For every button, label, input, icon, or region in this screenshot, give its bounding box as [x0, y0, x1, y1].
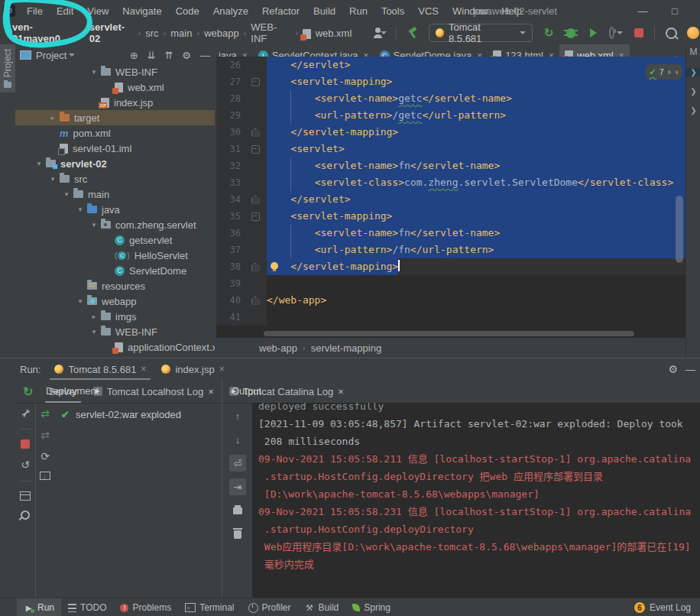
breadcrumb-web-app[interactable]: web-app	[259, 342, 297, 354]
code-text[interactable]: <servlet-mapping>	[267, 73, 685, 90]
build-hammer-icon[interactable]	[406, 26, 419, 40]
status-item-spring[interactable]: Spring	[345, 598, 397, 616]
tree-item-target[interactable]: ▸target	[15, 110, 215, 125]
status-item-problems[interactable]: !Problems	[113, 598, 178, 616]
scroll-to-end-icon[interactable]: ⇥	[229, 478, 246, 495]
settings-gear-icon[interactable]: ⚙	[182, 50, 191, 61]
tree-item-getservlet[interactable]: Cgetservlet	[15, 232, 215, 248]
fold-end-icon[interactable]	[244, 124, 267, 141]
undeploy-icon[interactable]: ⇄	[41, 429, 50, 441]
code-text[interactable]	[267, 309, 685, 326]
chevron-down-icon[interactable]: ▾	[87, 328, 101, 336]
run-tab-index-jsp[interactable]: index.jsp×	[154, 358, 232, 380]
tree-item-web-inf[interactable]: ▾WEB-INF	[15, 324, 215, 339]
tree-item-main[interactable]: ▾main	[15, 186, 215, 202]
breadcrumb-item-web-inf[interactable]: WEB-INF	[249, 21, 292, 44]
tree-item-servlet-02[interactable]: ▾servlet-02	[15, 156, 215, 171]
deploy-icon[interactable]: ⇄	[41, 407, 50, 420]
close-icon[interactable]: ×	[219, 364, 225, 374]
menu-item-navigate[interactable]: Navigate	[115, 5, 168, 17]
fold-marker[interactable]	[251, 196, 260, 204]
print-icon[interactable]	[229, 502, 246, 519]
tree-item-pom-xml[interactable]: mpom.xml	[15, 125, 215, 141]
restart-server-icon[interactable]: ↺	[21, 459, 30, 471]
chevron-down-icon[interactable]: ▾	[60, 190, 73, 198]
status-item-terminal[interactable]: >Terminal	[178, 598, 241, 616]
expand-all-icon[interactable]: ⇊	[147, 50, 156, 61]
fold-marker[interactable]	[251, 145, 260, 154]
refresh-icon[interactable]: ⟳	[41, 450, 50, 462]
code-text[interactable]: <servlet-name>fn</servlet-name>	[267, 157, 685, 174]
code-text[interactable]: </servlet>	[267, 191, 685, 208]
stripe-chevron-icon[interactable]: ❯	[686, 68, 700, 76]
breadcrumb-item-ven-01maven0[interactable]: ven-01maven0	[11, 21, 79, 44]
stripe-chevron-icon[interactable]: ❯	[686, 87, 700, 96]
fold-end-icon[interactable]	[244, 258, 267, 275]
breadcrumb-item-web-xml[interactable]: web.xml	[314, 28, 354, 39]
code-text[interactable]	[267, 275, 685, 292]
chevron-down-icon[interactable]: ▾	[73, 297, 87, 305]
stripe-button-project[interactable]: Project	[0, 44, 15, 92]
stop-button[interactable]	[632, 26, 645, 40]
fold-start-icon[interactable]	[244, 208, 267, 225]
project-header-label[interactable]: Project	[36, 50, 66, 61]
tree-item-helloservlet[interactable]: (C)HelloServlet	[15, 248, 215, 263]
breadcrumb-servlet-mapping[interactable]: servlet-mapping	[311, 342, 382, 354]
fold-marker[interactable]	[251, 128, 260, 137]
event-log-button[interactable]: 6 Event Log	[634, 602, 700, 613]
code-text[interactable]: <servlet-name>getc</servlet-name>	[267, 90, 685, 107]
hide-panel-icon[interactable]: —	[685, 364, 695, 375]
soft-wrap-icon[interactable]: ⏎	[229, 455, 246, 472]
tree-item-com-zheng-servlet[interactable]: ▾com.zheng.servlet	[15, 217, 215, 232]
fold-marker[interactable]	[251, 212, 260, 221]
tree-item-resources[interactable]: resources	[15, 278, 215, 293]
stripe-chevron-icon[interactable]: ❯	[686, 106, 700, 115]
console-output[interactable]: deployed successfully[2021-11-09 03:05:4…	[252, 403, 700, 598]
fold-marker[interactable]	[251, 263, 260, 271]
menu-item-code[interactable]: Code	[169, 5, 206, 17]
tree-item-java[interactable]: ▾java	[15, 202, 215, 217]
chevron-down-icon[interactable]: ▾	[73, 206, 87, 213]
menu-item-view[interactable]: View	[80, 5, 115, 17]
settings-gear-icon[interactable]: ⚙	[668, 363, 678, 375]
update-application-icon[interactable]	[40, 472, 50, 480]
profiler-button[interactable]	[609, 26, 623, 40]
status-item-build[interactable]: ⚒Build	[298, 598, 346, 616]
close-icon[interactable]: ×	[141, 364, 146, 374]
chevron-down-icon[interactable]: ▾	[46, 175, 60, 183]
chevron-right-icon[interactable]: ▸	[46, 114, 60, 122]
hide-panel-icon[interactable]: —	[200, 50, 210, 61]
menu-item-run[interactable]: Run	[342, 5, 374, 17]
stripe-maven-label[interactable]: M	[686, 44, 700, 57]
tree-item-webapp[interactable]: ▾webapp	[15, 293, 215, 309]
next-issue-icon[interactable]: ∨	[675, 69, 679, 76]
tree-item-web-xml[interactable]: web.xml	[15, 79, 215, 95]
code-text[interactable]: <url-pattern>/getc</url-pattern>	[267, 107, 685, 124]
inspections-widget[interactable]: ✔ 7 ∧ ∨	[646, 64, 682, 79]
code-text[interactable]: <servlet>	[267, 141, 685, 157]
code-text[interactable]: </servlet>	[267, 57, 685, 73]
editor-vertical-scrollbar[interactable]	[676, 196, 683, 263]
menu-item-refactor[interactable]: Refactor	[255, 5, 306, 17]
code-text[interactable]: <servlet-mapping>	[267, 208, 685, 225]
breadcrumb-item-servlet-02[interactable]: servlet-02	[88, 21, 135, 44]
tree-item-servletdome[interactable]: CServletDome	[15, 263, 215, 278]
breadcrumb-item-main[interactable]: main	[169, 28, 193, 39]
fold-marker[interactable]	[251, 297, 260, 305]
minimize-button[interactable]: —	[630, 0, 656, 21]
code-text[interactable]: <url-pattern>/fn</url-pattern>	[267, 242, 685, 258]
stop-server-icon[interactable]	[21, 439, 30, 449]
chevron-down-icon[interactable]: ▾	[87, 68, 101, 76]
fold-marker[interactable]	[251, 78, 260, 86]
fold-end-icon[interactable]	[244, 292, 267, 309]
menu-item-analyze[interactable]: Analyze	[206, 5, 255, 17]
restore-layout-icon[interactable]	[20, 491, 31, 501]
breadcrumb-item-src[interactable]: src	[144, 28, 160, 39]
pin-tab-icon[interactable]	[19, 509, 32, 522]
fold-start-icon[interactable]	[244, 141, 267, 157]
chevron-down-icon[interactable]: ▾	[87, 221, 101, 229]
menu-item-file[interactable]: File	[20, 5, 50, 17]
maximize-button[interactable]: □	[662, 0, 688, 21]
run-with-coverage-button[interactable]	[587, 26, 600, 40]
code-text[interactable]: </web-app>	[267, 292, 685, 309]
